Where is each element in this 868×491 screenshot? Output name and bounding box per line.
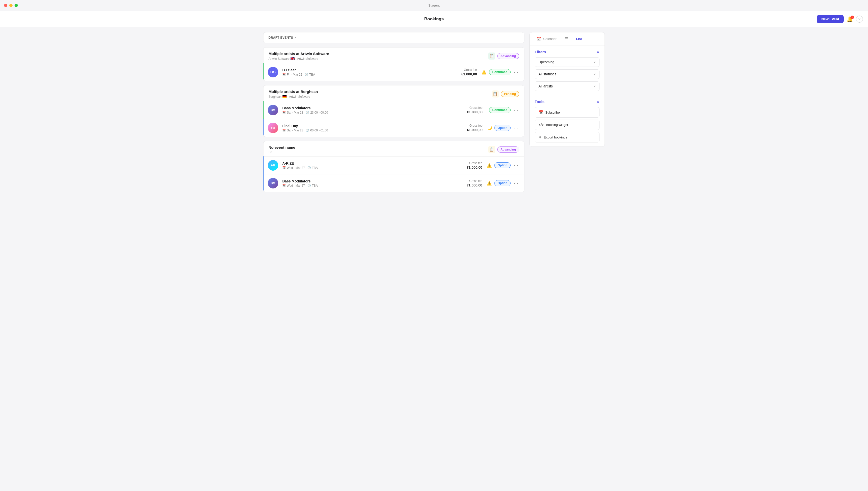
artist-fee-bass-modulators: Gross fee €1.000,00	[447, 106, 483, 114]
all-statuses-filter-label: All statuses	[538, 72, 557, 76]
avatar-dj-gaar: DG	[268, 67, 278, 78]
promoter-artwin: Artwin Software	[297, 57, 318, 61]
event-group-meta-no-name: B2	[269, 150, 296, 154]
artist-name-final-day: Final Day	[282, 124, 443, 128]
event-group-header-artwin: Multiple artists at Artwin Software Artw…	[264, 48, 524, 63]
calendar-icon-dj-gaar: 📅	[282, 73, 286, 76]
event-group-header-no-name: No event name B2 📋 Advancing	[264, 141, 524, 156]
booking-widget-button[interactable]: </> Booking widget	[535, 120, 599, 130]
artist-info-bass-modulators-2: Bass Modulators 📅 Wed · Mar 27 🕐 TBA	[282, 179, 443, 187]
tools-title: Tools	[535, 99, 545, 104]
artist-info-final-day: Final Day 📅 Sat · Mar 23 🕐 00:00 - 01:00	[282, 124, 443, 132]
artist-details-bass-modulators: 📅 Sat · Mar 23 🕐 23:00 - 00:00	[282, 111, 443, 114]
tools-toggle-button[interactable]: ∧	[596, 99, 599, 104]
date-bass-modulators-2: 📅 Wed · Mar 27	[282, 184, 305, 187]
list-active-view-label: List	[576, 37, 582, 41]
artist-status-bass-modulators: Confirmed ⋯	[487, 107, 519, 113]
filters-section-header: Filters ∧	[535, 50, 599, 54]
artist-details-dj-gaar: 📅 Fri · Mar 22 🕐 TBA	[282, 73, 438, 77]
clock-icon-final-day: 🕐	[306, 129, 309, 132]
avatar-initials-bass-modulators: BM	[268, 105, 278, 115]
artist-details-a-rize: 📅 Wed · Mar 27 🕐 TBA	[282, 166, 443, 170]
avatar-a-rize: AR	[268, 160, 278, 171]
subscribe-button[interactable]: 📅 Subscribe	[535, 107, 599, 118]
clock-icon-dj-gaar: 🕐	[305, 73, 308, 76]
minimize-button[interactable]	[9, 4, 12, 7]
time-dj-gaar: 🕐 TBA	[305, 73, 315, 77]
event-group-info-berghean: Multiple artists at Berghean Berghean 🇩🇪…	[269, 89, 318, 98]
upcoming-filter-dropdown[interactable]: Upcoming ∨	[535, 57, 599, 67]
artist-fee-a-rize: Gross fee €1.000,00	[447, 161, 482, 169]
artist-fee-final-day: Gross fee €1.000,00	[447, 124, 483, 132]
event-group-name-no-name: No event name	[269, 145, 296, 149]
avatar-initials-bass-modulators-2: BM	[268, 178, 278, 189]
list-active-view-button[interactable]: List	[574, 36, 584, 42]
more-button-a-rize[interactable]: ⋯	[513, 162, 519, 169]
tools-section-header: Tools ∧	[535, 99, 599, 104]
titlebar: Stagent	[0, 0, 868, 11]
artist-name-a-rize: A-RIZE	[282, 161, 443, 165]
calendar-view-button[interactable]: 📅 Calendar	[535, 35, 559, 42]
artist-name-bass-modulators-2: Bass Modulators	[282, 179, 443, 183]
date-dj-gaar: 📅 Fri · Mar 22	[282, 73, 302, 77]
upcoming-filter-label: Upcoming	[538, 60, 554, 64]
date-bass-modulators: 📅 Sat · Mar 23	[282, 111, 303, 114]
export-icon: ⬇	[538, 135, 542, 140]
artist-row-a-rize: AR A-RIZE 📅 Wed · Mar 27 🕐 TBA	[264, 156, 524, 174]
fee-label-final-day: Gross fee	[447, 124, 483, 127]
artist-fee-dj-gaar: Gross fee €1.000,00	[442, 68, 477, 76]
more-button-dj-gaar[interactable]: ⋯	[513, 69, 519, 76]
all-artists-filter-dropdown[interactable]: All artists ∨	[535, 81, 599, 91]
status-icon-artwin: 📋	[488, 53, 495, 60]
fee-label-dj-gaar: Gross fee	[442, 68, 477, 71]
artist-row-bass-modulators: BM Bass Modulators 📅 Sat · Mar 23 🕐 23:0…	[264, 101, 524, 119]
more-button-bass-modulators-2[interactable]: ⋯	[513, 180, 519, 186]
event-group-status-berghean: 📋 Pending	[492, 90, 519, 97]
notifications-button[interactable]: 🔔 1	[847, 16, 853, 22]
artist-details-final-day: 📅 Sat · Mar 23 🕐 00:00 - 01:00	[282, 129, 443, 132]
clock-icon-a-rize: 🕐	[307, 166, 311, 169]
avatar-initials-a-rize: AR	[268, 160, 278, 171]
fee-amount-final-day: €1.000,00	[447, 128, 483, 132]
all-artists-filter-label: All artists	[538, 84, 553, 88]
artist-name-bass-modulators: Bass Modulators	[282, 106, 443, 110]
window-controls	[4, 4, 18, 7]
clock-icon-bass-modulators: 🕐	[306, 111, 309, 114]
status-icon-no-name: 📋	[488, 146, 495, 153]
export-bookings-button[interactable]: ⬇ Export bookings	[535, 132, 599, 142]
avatar-bass-modulators: BM	[268, 105, 278, 115]
event-group-meta-artwin: Artwin Software 🇬🇧 · Artwin Software	[269, 57, 329, 61]
event-group-berghean: Multiple artists at Berghean Berghean 🇩🇪…	[263, 85, 524, 137]
all-statuses-filter-dropdown[interactable]: All statuses ∨	[535, 69, 599, 79]
artist-info-a-rize: A-RIZE 📅 Wed · Mar 27 🕐 TBA	[282, 161, 443, 170]
filters-toggle-button[interactable]: ∧	[596, 50, 599, 54]
status-badge-a-rize: Option	[494, 162, 510, 168]
subscribe-label: Subscribe	[545, 111, 560, 114]
calendar-view-icon: 📅	[537, 36, 542, 41]
draft-events-bar[interactable]: DRAFT EVENTS >	[263, 32, 524, 43]
list-view-button[interactable]: ☰	[563, 35, 570, 42]
draft-events-chevron: >	[294, 36, 296, 39]
date-a-rize: 📅 Wed · Mar 27	[282, 166, 305, 170]
time-a-rize: 🕐 TBA	[307, 166, 318, 170]
sidebar-card: 📅 Calendar ☰ List Filters ∧ Upcoming	[529, 32, 605, 147]
avatar-final-day: FD	[268, 123, 278, 133]
fee-amount-bass-modulators: €1.000,00	[447, 110, 483, 114]
artist-status-a-rize: ⚠️ Option ⋯	[486, 162, 519, 169]
venue-artwin: Artwin Software	[269, 57, 289, 61]
app-title: Stagent	[429, 3, 440, 7]
close-button[interactable]	[4, 4, 7, 7]
more-button-final-day[interactable]: ⋯	[513, 125, 519, 131]
artist-row-final-day: FD Final Day 📅 Sat · Mar 23 🕐 00:00 - 01…	[264, 119, 524, 137]
time-bass-modulators-2: 🕐 TBA	[307, 184, 318, 187]
fee-label-bass-modulators-2: Gross fee	[447, 179, 482, 183]
help-button[interactable]: ?	[856, 16, 863, 23]
maximize-button[interactable]	[14, 4, 18, 7]
new-event-button[interactable]: New Event	[817, 15, 844, 23]
warning-icon-dj-gaar: ⚠️	[481, 69, 487, 75]
upcoming-filter-chevron: ∨	[593, 60, 596, 64]
artist-info-dj-gaar: DJ Gaar 📅 Fri · Mar 22 🕐 TBA	[282, 68, 438, 77]
more-button-bass-modulators[interactable]: ⋯	[513, 107, 519, 113]
status-icon-berghean: 📋	[492, 90, 499, 97]
status-badge-berghean: Pending	[501, 91, 519, 97]
